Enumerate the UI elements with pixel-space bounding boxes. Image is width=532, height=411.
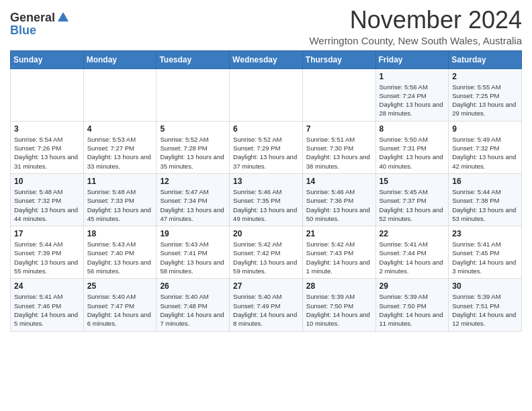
day-number: 3	[14, 124, 80, 134]
calendar-weekday-header: Monday	[83, 50, 157, 68]
day-info: Sunrise: 5:41 AM Sunset: 7:44 PM Dayligh…	[380, 240, 445, 275]
day-number: 1	[380, 72, 445, 81]
day-info: Sunrise: 5:45 AM Sunset: 7:37 PM Dayligh…	[380, 187, 445, 223]
day-info: Sunrise: 5:41 AM Sunset: 7:45 PM Dayligh…	[452, 240, 518, 275]
day-number: 12	[160, 177, 226, 186]
day-info: Sunrise: 5:53 AM Sunset: 7:27 PM Dayligh…	[87, 135, 153, 171]
logo-text-general: General	[10, 11, 55, 24]
day-number: 5	[160, 124, 226, 134]
day-number: 8	[380, 124, 445, 134]
day-info: Sunrise: 5:47 AM Sunset: 7:34 PM Dayligh…	[160, 187, 226, 223]
day-number: 13	[233, 177, 299, 186]
day-info: Sunrise: 5:40 AM Sunset: 7:49 PM Dayligh…	[233, 292, 299, 328]
day-info: Sunrise: 5:44 AM Sunset: 7:38 PM Dayligh…	[452, 187, 518, 223]
day-number: 24	[14, 281, 80, 291]
day-number: 10	[14, 177, 80, 186]
day-info: Sunrise: 5:52 AM Sunset: 7:28 PM Dayligh…	[160, 135, 226, 171]
day-number: 23	[452, 229, 518, 238]
day-info: Sunrise: 5:41 AM Sunset: 7:46 PM Dayligh…	[14, 292, 80, 328]
location-subtitle: Werrington County, New South Wales, Aust…	[309, 35, 522, 46]
day-number: 2	[452, 72, 518, 81]
calendar-weekday-header: Saturday	[449, 50, 522, 68]
calendar-weekday-header: Wednesday	[230, 50, 303, 68]
day-number: 29	[380, 281, 445, 291]
logo: General Blue	[10, 7, 70, 36]
day-number: 9	[452, 124, 518, 134]
calendar-day-cell	[302, 68, 375, 121]
day-number: 16	[452, 177, 518, 186]
day-info: Sunrise: 5:56 AM Sunset: 7:24 PM Dayligh…	[380, 83, 445, 118]
day-number: 20	[233, 229, 299, 238]
calendar-day-cell: 2Sunrise: 5:55 AM Sunset: 7:25 PM Daylig…	[449, 68, 522, 121]
calendar-day-cell: 8Sunrise: 5:50 AM Sunset: 7:31 PM Daylig…	[375, 121, 449, 173]
day-info: Sunrise: 5:54 AM Sunset: 7:26 PM Dayligh…	[14, 135, 80, 171]
day-info: Sunrise: 5:39 AM Sunset: 7:50 PM Dayligh…	[306, 292, 372, 328]
calendar-day-cell	[230, 68, 303, 121]
page-header: General Blue November 2024 Werrington Co…	[10, 7, 522, 46]
calendar-week-row: 24Sunrise: 5:41 AM Sunset: 7:46 PM Dayli…	[11, 279, 522, 331]
calendar-day-cell: 30Sunrise: 5:39 AM Sunset: 7:51 PM Dayli…	[449, 279, 522, 331]
calendar-day-cell: 3Sunrise: 5:54 AM Sunset: 7:26 PM Daylig…	[11, 121, 84, 173]
day-number: 25	[87, 281, 153, 291]
calendar-day-cell	[157, 68, 230, 121]
calendar-day-cell: 16Sunrise: 5:44 AM Sunset: 7:38 PM Dayli…	[449, 173, 522, 226]
day-info: Sunrise: 5:48 AM Sunset: 7:33 PM Dayligh…	[87, 187, 153, 223]
calendar-day-cell: 22Sunrise: 5:41 AM Sunset: 7:44 PM Dayli…	[375, 226, 449, 279]
day-number: 11	[87, 177, 153, 186]
day-number: 17	[14, 229, 80, 238]
calendar-day-cell: 18Sunrise: 5:43 AM Sunset: 7:40 PM Dayli…	[83, 226, 157, 279]
calendar-weekday-header: Friday	[375, 50, 449, 68]
calendar-day-cell: 20Sunrise: 5:42 AM Sunset: 7:42 PM Dayli…	[230, 226, 303, 279]
calendar-table: SundayMondayTuesdayWednesdayThursdayFrid…	[10, 50, 522, 332]
svg-marker-0	[58, 12, 69, 21]
calendar-day-cell: 7Sunrise: 5:51 AM Sunset: 7:30 PM Daylig…	[302, 121, 375, 173]
day-info: Sunrise: 5:46 AM Sunset: 7:36 PM Dayligh…	[306, 187, 372, 223]
day-info: Sunrise: 5:42 AM Sunset: 7:42 PM Dayligh…	[233, 240, 299, 275]
calendar-weekday-header: Sunday	[11, 50, 84, 68]
calendar-day-cell: 9Sunrise: 5:49 AM Sunset: 7:32 PM Daylig…	[449, 121, 522, 173]
day-info: Sunrise: 5:49 AM Sunset: 7:32 PM Dayligh…	[452, 135, 518, 171]
calendar-day-cell	[11, 68, 84, 121]
calendar-weekday-header: Tuesday	[157, 50, 230, 68]
calendar-day-cell: 14Sunrise: 5:46 AM Sunset: 7:36 PM Dayli…	[302, 173, 375, 226]
day-number: 27	[233, 281, 299, 291]
day-number: 21	[306, 229, 372, 238]
day-info: Sunrise: 5:51 AM Sunset: 7:30 PM Dayligh…	[306, 135, 372, 171]
calendar-day-cell: 5Sunrise: 5:52 AM Sunset: 7:28 PM Daylig…	[157, 121, 230, 173]
calendar-weekday-header: Thursday	[302, 50, 375, 68]
calendar-day-cell: 23Sunrise: 5:41 AM Sunset: 7:45 PM Dayli…	[449, 226, 522, 279]
logo-icon	[56, 11, 70, 24]
day-number: 4	[87, 124, 153, 134]
day-info: Sunrise: 5:40 AM Sunset: 7:48 PM Dayligh…	[160, 292, 226, 328]
calendar-day-cell: 6Sunrise: 5:52 AM Sunset: 7:29 PM Daylig…	[230, 121, 303, 173]
calendar-day-cell	[83, 68, 157, 121]
day-info: Sunrise: 5:46 AM Sunset: 7:35 PM Dayligh…	[233, 187, 299, 223]
day-info: Sunrise: 5:43 AM Sunset: 7:40 PM Dayligh…	[87, 240, 153, 275]
calendar-header-row: SundayMondayTuesdayWednesdayThursdayFrid…	[11, 50, 522, 68]
day-number: 14	[306, 177, 372, 186]
calendar-day-cell: 12Sunrise: 5:47 AM Sunset: 7:34 PM Dayli…	[157, 173, 230, 226]
day-info: Sunrise: 5:42 AM Sunset: 7:43 PM Dayligh…	[306, 240, 372, 275]
day-info: Sunrise: 5:50 AM Sunset: 7:31 PM Dayligh…	[380, 135, 445, 171]
calendar-day-cell: 4Sunrise: 5:53 AM Sunset: 7:27 PM Daylig…	[83, 121, 157, 173]
calendar-day-cell: 17Sunrise: 5:44 AM Sunset: 7:39 PM Dayli…	[11, 226, 84, 279]
calendar-day-cell: 13Sunrise: 5:46 AM Sunset: 7:35 PM Dayli…	[230, 173, 303, 226]
calendar-day-cell: 24Sunrise: 5:41 AM Sunset: 7:46 PM Dayli…	[11, 279, 84, 331]
calendar-day-cell: 10Sunrise: 5:48 AM Sunset: 7:32 PM Dayli…	[11, 173, 84, 226]
title-area: November 2024 Werrington County, New Sou…	[309, 7, 522, 46]
day-number: 30	[452, 281, 518, 291]
calendar-day-cell: 25Sunrise: 5:40 AM Sunset: 7:47 PM Dayli…	[83, 279, 157, 331]
calendar-day-cell: 28Sunrise: 5:39 AM Sunset: 7:50 PM Dayli…	[302, 279, 375, 331]
day-info: Sunrise: 5:39 AM Sunset: 7:51 PM Dayligh…	[452, 292, 518, 328]
calendar-day-cell: 15Sunrise: 5:45 AM Sunset: 7:37 PM Dayli…	[375, 173, 449, 226]
calendar-day-cell: 1Sunrise: 5:56 AM Sunset: 7:24 PM Daylig…	[375, 68, 449, 121]
logo-text-blue: Blue	[10, 24, 36, 36]
day-info: Sunrise: 5:40 AM Sunset: 7:47 PM Dayligh…	[87, 292, 153, 328]
calendar-day-cell: 11Sunrise: 5:48 AM Sunset: 7:33 PM Dayli…	[83, 173, 157, 226]
calendar-week-row: 10Sunrise: 5:48 AM Sunset: 7:32 PM Dayli…	[11, 173, 522, 226]
day-info: Sunrise: 5:52 AM Sunset: 7:29 PM Dayligh…	[233, 135, 299, 171]
day-info: Sunrise: 5:48 AM Sunset: 7:32 PM Dayligh…	[14, 187, 80, 223]
day-number: 15	[380, 177, 445, 186]
day-info: Sunrise: 5:55 AM Sunset: 7:25 PM Dayligh…	[452, 83, 518, 118]
day-info: Sunrise: 5:44 AM Sunset: 7:39 PM Dayligh…	[14, 240, 80, 275]
